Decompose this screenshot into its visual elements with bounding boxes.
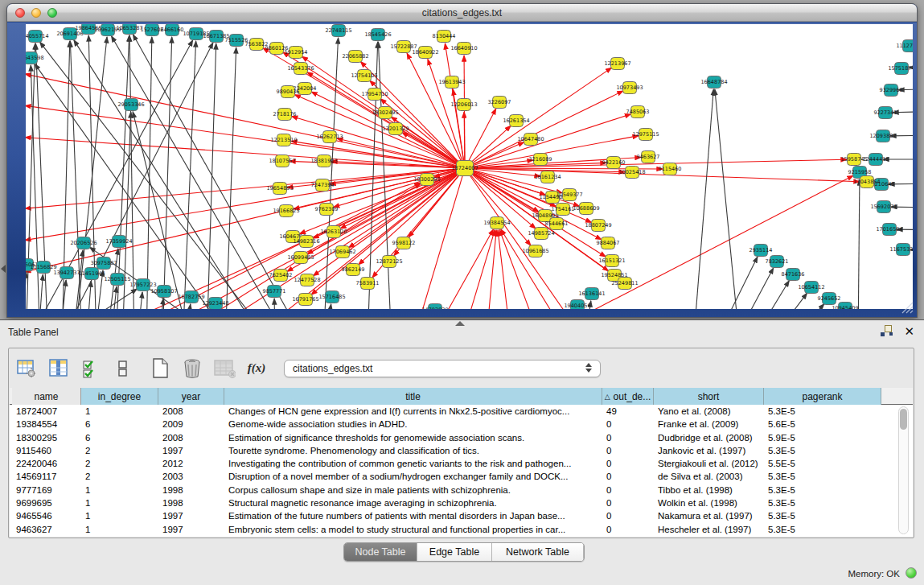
network-node[interactable]: 11675335	[889, 244, 913, 256]
cell-title[interactable]: Estimation of the future numbers of pati…	[224, 509, 602, 522]
cell-in-degree[interactable]: 1	[81, 405, 158, 418]
network-node[interactable]: 6466160	[161, 24, 184, 36]
network-edge[interactable]	[498, 230, 511, 309]
network-edge[interactable]	[146, 37, 152, 309]
table-settings-button[interactable]	[15, 357, 38, 380]
close-panel-icon[interactable]: ✕	[904, 325, 914, 337]
cell-pagerank[interactable]: 5.3E-5	[764, 523, 881, 536]
network-edge[interactable]	[368, 42, 378, 309]
network-node[interactable]: 9329966	[880, 84, 903, 97]
network-node[interactable]: 9762309	[315, 204, 339, 216]
cell-in-degree[interactable]: 2	[81, 470, 158, 483]
cell-year[interactable]: 1998	[158, 484, 224, 496]
function-builder-button[interactable]: f(x)	[245, 357, 268, 380]
network-node[interactable]: 12477528	[294, 274, 320, 286]
cell-title[interactable]: Estimation of significance thresholds fo…	[224, 431, 602, 444]
cell-pagerank[interactable]: 5.9E-5	[764, 431, 881, 444]
network-node[interactable]: 16543376	[287, 63, 314, 75]
network-node[interactable]: 22748115	[325, 25, 351, 37]
network-node[interactable]: 19404056	[564, 300, 590, 310]
cell-in-degree[interactable]: 6	[81, 431, 158, 444]
network-node[interactable]: 9463627	[637, 151, 660, 163]
network-edge[interactable]	[26, 168, 465, 208]
cell-short[interactable]: Dudbridge et al. (2008)	[654, 431, 764, 444]
column-header-out-de-[interactable]: △out_de...	[602, 388, 654, 405]
network-node[interactable]: 20643598	[26, 52, 44, 64]
network-edge[interactable]	[428, 60, 465, 168]
network-node[interactable]: 9598122	[392, 237, 416, 249]
network-node[interactable]: 9245652	[818, 293, 841, 305]
network-node[interactable]: 12872125	[376, 256, 402, 268]
cell-in-degree[interactable]: 2	[81, 444, 158, 457]
delete-column-button[interactable]	[181, 357, 203, 380]
cell-title[interactable]: Disruption of a novel member of a sodium…	[224, 470, 602, 483]
cell-title[interactable]: Changes of HCN gene expression and I(f) …	[224, 405, 602, 418]
tab-edge-table[interactable]: Edge Table	[417, 543, 492, 561]
network-edge[interactable]	[501, 229, 573, 309]
cell-title[interactable]: Investigating the contribution of common…	[224, 457, 602, 470]
cell-short[interactable]: Yano et al. (2008)	[654, 405, 764, 418]
column-header-name[interactable]: name	[12, 388, 81, 405]
network-node[interactable]: 17954710	[361, 89, 388, 101]
table-row[interactable]: 1872400712008Changes of HCN gene express…	[10, 405, 913, 418]
table-row[interactable]: 1456911722003Disruption of a novel membe…	[10, 470, 913, 483]
scrollbar-thumb[interactable]	[900, 409, 907, 430]
cell-short[interactable]: Franke et al. (2009)	[654, 418, 764, 431]
network-node[interactable]: 16261354	[503, 115, 529, 127]
network-node[interactable]: 12505115	[104, 274, 130, 286]
network-graph[interactable]: 1872400724055714206435982069140619864565…	[26, 24, 913, 309]
network-edge[interactable]	[325, 304, 331, 309]
memory-ok-indicator[interactable]	[906, 567, 917, 579]
table-row[interactable]: 977716911998Corpus callosum shape and si…	[10, 484, 913, 496]
select-rows-button[interactable]	[80, 357, 102, 380]
network-node[interactable]: 22065882	[342, 51, 368, 63]
select-columns-button[interactable]	[47, 357, 70, 380]
table-row[interactable]: 1938455462009Genome-wide association stu…	[10, 418, 913, 431]
cell-name[interactable]: 9777169	[12, 484, 81, 496]
cell-short[interactable]: Nakamura et al. (1997)	[654, 509, 764, 522]
network-node[interactable]: 12975115	[632, 129, 659, 141]
cell-short[interactable]: Jankovic et al. (1997)	[654, 444, 764, 457]
cell-out-de-[interactable]: 49	[602, 405, 654, 418]
table-row[interactable]: 969969511998Structural magnetic resonanc…	[10, 496, 913, 509]
network-node[interactable]: 10654112	[798, 282, 824, 294]
network-node[interactable]: 7832621	[766, 256, 789, 268]
network-node[interactable]: 3226097	[488, 97, 511, 109]
network-node[interactable]: 7583911	[356, 278, 380, 290]
cell-year[interactable]: 2003	[158, 470, 224, 483]
network-node[interactable]: 16640910	[450, 43, 477, 55]
network-node[interactable]: 19166825	[273, 205, 299, 217]
column-header-title[interactable]: title	[224, 388, 602, 405]
cell-title[interactable]: Corpus callosum shape and size in male p…	[224, 484, 602, 496]
cell-out-de-[interactable]: 0	[602, 470, 654, 483]
column-header-year[interactable]: year	[158, 388, 224, 405]
cell-name[interactable]: 18300295	[12, 431, 81, 444]
cell-year[interactable]: 1997	[158, 523, 224, 536]
cell-name[interactable]: 9465546	[12, 509, 81, 522]
network-edge[interactable]	[713, 257, 758, 309]
cell-pagerank[interactable]: 5.3E-5	[764, 444, 881, 457]
table-row[interactable]: 946362711997Embryonic stem cells: a mode…	[10, 523, 913, 536]
cell-short[interactable]: Wolkin et al. (1998)	[654, 496, 764, 509]
cell-in-degree[interactable]: 2	[81, 457, 158, 470]
table-row[interactable]: 946554611997Estimation of the future num…	[10, 509, 913, 522]
network-edge[interactable]	[112, 36, 291, 309]
cell-title[interactable]: Genome-wide association studies in ADHD.	[224, 418, 602, 431]
network-edge[interactable]	[858, 179, 860, 309]
cell-out-de-[interactable]: 0	[602, 509, 654, 522]
cell-pagerank[interactable]: 5.3E-5	[764, 484, 881, 496]
column-header-short[interactable]: short	[654, 388, 764, 405]
cell-title[interactable]: Structural magnetic resonance image aver…	[224, 496, 602, 509]
network-edge[interactable]	[162, 37, 172, 309]
cell-in-degree[interactable]: 1	[81, 496, 158, 509]
network-edge[interactable]	[185, 304, 191, 309]
network-node[interactable]: 14702039	[421, 304, 448, 310]
network-node[interactable]: 10025418	[618, 167, 645, 179]
network-node[interactable]: 10945409	[832, 303, 858, 310]
panel-collapse-arrow-icon[interactable]	[1, 265, 6, 273]
network-node[interactable]: 12213519	[270, 134, 297, 146]
network-node[interactable]: 18381903	[310, 155, 337, 167]
cell-in-degree[interactable]: 6	[81, 418, 158, 431]
network-edge[interactable]	[133, 35, 307, 309]
cell-year[interactable]: 2009	[158, 418, 224, 431]
